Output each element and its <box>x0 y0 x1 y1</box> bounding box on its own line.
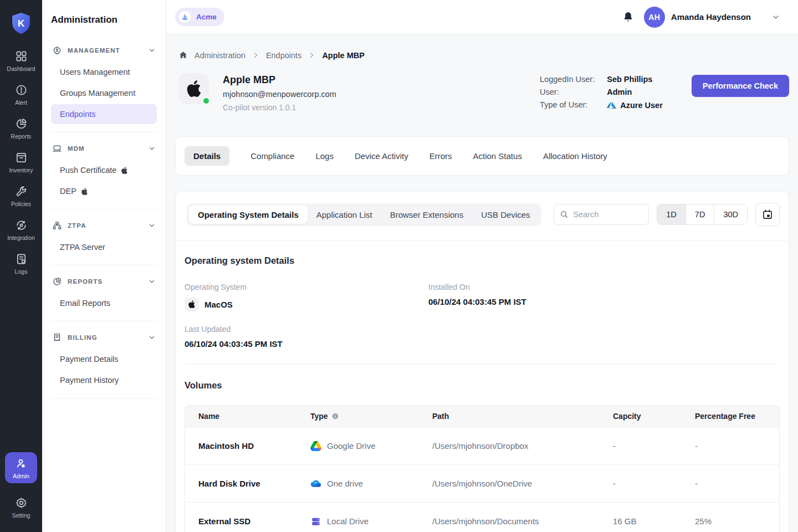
col-capacity-label: Capcity <box>613 412 641 421</box>
rail-label: Logs <box>15 268 28 275</box>
chevron-down-icon <box>148 47 156 54</box>
subtab-browser-extensions[interactable]: Browser Extensions <box>381 206 473 224</box>
breadcrumb-administration[interactable]: Administration <box>195 51 245 60</box>
google-drive-icon <box>310 441 321 452</box>
os-details-title: Operating system Details <box>185 255 780 266</box>
rail-label: Alert <box>15 99 27 106</box>
grid-icon <box>15 50 28 63</box>
status-online-dot <box>202 96 211 105</box>
tab-details[interactable]: Details <box>185 146 229 166</box>
calendar-button[interactable] <box>755 203 780 226</box>
user-value: Admin <box>607 88 663 96</box>
tab-allocation-history[interactable]: Allocation History <box>543 151 607 161</box>
sidebar-item-ztpa-server[interactable]: ZTPA Server <box>51 237 157 257</box>
rail-item-alert[interactable]: Alert <box>3 84 39 106</box>
range-30d-button[interactable]: 30D <box>714 204 747 224</box>
last-updated-value: 06/10/24 04:03:45 PM IST <box>185 339 428 349</box>
operating-system-value: MacOS <box>185 297 428 311</box>
sidebar-item-endpoints[interactable]: Endpoints <box>51 104 157 124</box>
operating-system-label: Operating System <box>185 283 428 291</box>
document-log-icon <box>15 253 28 265</box>
search-input[interactable] <box>573 210 643 219</box>
topbar: Acme AH Amanda Haydenson <box>166 0 798 34</box>
tab-errors[interactable]: Errors <box>429 151 452 161</box>
sidebar-item-payment-details[interactable]: Payment Details <box>51 349 157 369</box>
col-name: Name <box>185 406 305 427</box>
col-path-label: Path <box>432 412 449 421</box>
volume-path: /Users/mjohnson/OneDrive <box>427 479 607 488</box>
org-label: Acme <box>196 13 217 21</box>
pie-chart-icon <box>52 277 62 287</box>
sidebar-item-payment-history[interactable]: Payment History <box>51 370 157 390</box>
device-email: mjohnson@menpowercorp.com <box>223 90 336 99</box>
nav-section-billing[interactable]: BILLING <box>51 330 157 345</box>
type-of-user-label: Type of User: <box>540 100 595 110</box>
app-logo[interactable]: K <box>10 11 32 35</box>
tab-logs[interactable]: Logs <box>315 151 334 161</box>
subtab-application-list[interactable]: Application List <box>308 206 381 224</box>
user-menu[interactable]: AH Amanda Haydenson <box>644 7 780 28</box>
home-icon <box>178 50 188 60</box>
range-7d-button[interactable]: 7D <box>686 204 715 224</box>
sidebar-item-email-reports[interactable]: Email Reports <box>51 293 157 313</box>
nav-section-mdm[interactable]: MDM <box>51 141 157 156</box>
nav-item-label: Payment Details <box>60 355 119 364</box>
sync-gear-icon <box>15 219 28 232</box>
subtab-operating-system-details[interactable]: Operating System Details <box>189 206 308 224</box>
details-toolbar: Operating System Details Application Lis… <box>176 192 789 241</box>
sidebar-item-dep[interactable]: DEP <box>51 181 157 201</box>
installed-on-label: Installed On <box>428 283 780 291</box>
nav-divider <box>51 398 157 398</box>
rail-item-admin[interactable]: Admin <box>5 452 37 483</box>
rail-item-dashboard[interactable]: Dashboard <box>3 50 39 72</box>
azure-icon <box>607 100 616 110</box>
performance-check-button[interactable]: Performance Check <box>692 75 789 97</box>
breadcrumb-endpoints[interactable]: Endpoints <box>266 51 302 60</box>
notification-bell-icon[interactable] <box>622 11 634 23</box>
rail-label: Inventory <box>9 167 33 173</box>
rail-item-reports[interactable]: Reports <box>3 117 39 140</box>
volume-path: /Users/mjohnson/Documents <box>427 516 607 526</box>
range-1d-button[interactable]: 1D <box>657 204 686 224</box>
rail-item-integration[interactable]: Integration <box>3 219 39 241</box>
nav-section-ztpa[interactable]: ZTPA <box>51 218 157 233</box>
nav-section-reports[interactable]: REPORTS <box>51 274 157 289</box>
loggedin-user-value: Seb Phillips <box>607 75 663 84</box>
details-card: Operating System Details Application Lis… <box>175 191 789 532</box>
range-group: 1D 7D 30D <box>657 204 748 225</box>
rail-item-setting[interactable]: Setting <box>3 497 39 519</box>
sidebar-item-groups-management[interactable]: Groups Management <box>51 83 157 103</box>
info-icon[interactable] <box>331 412 339 420</box>
device-copilot-version: Co-pilot version 1.0.1 <box>223 103 336 112</box>
info-icon <box>331 412 339 420</box>
nav-section-management[interactable]: MANAGEMENT <box>51 43 157 58</box>
nav-section-label: REPORTS <box>68 278 142 285</box>
icon-rail: K Dashboard Alert Reports <box>0 0 42 532</box>
nav-divider <box>51 209 157 209</box>
rail-item-logs[interactable]: Logs <box>3 253 39 275</box>
topbar-right: AH Amanda Haydenson <box>622 7 780 28</box>
field-installed-on: Installed On 06/10/24 04:03:45 PM IST <box>428 283 780 311</box>
nav-section-label: MANAGEMENT <box>68 47 142 54</box>
device-header: Apple MBP mjohnson@menpowercorp.com Co-p… <box>175 73 789 112</box>
calendar-icon <box>762 209 773 220</box>
sidebar-item-push-certificate[interactable]: Push Certificate <box>51 160 157 180</box>
col-capacity: Capcity <box>607 406 689 427</box>
apple-icon <box>186 80 202 97</box>
sidebar-item-users-management[interactable]: Users Management <box>51 62 157 82</box>
volume-name: Hard Disk Drive <box>185 479 305 488</box>
rail-item-policies[interactable]: Policies <box>3 185 39 207</box>
rail-item-inventory[interactable]: Inventory <box>3 151 39 173</box>
volume-type-label: Google Drive <box>327 441 376 451</box>
volume-type: Local Drive <box>305 516 427 527</box>
installed-on-value: 06/10/24 04:03:45 PM IST <box>428 297 780 306</box>
subtab-usb-devices[interactable]: USB Devices <box>472 206 539 224</box>
org-chip[interactable]: Acme <box>175 8 224 26</box>
toolbar-right: 1D 7D 30D <box>554 203 780 226</box>
receipt-icon <box>52 332 62 342</box>
nav-divider <box>51 321 157 321</box>
tab-action-status[interactable]: Action Status <box>473 151 522 161</box>
tab-device-activity[interactable]: Device Activity <box>355 151 408 161</box>
breadcrumb: Administration Endpoints Apple MBP <box>175 50 789 60</box>
tab-compliance[interactable]: Compliance <box>250 151 294 161</box>
